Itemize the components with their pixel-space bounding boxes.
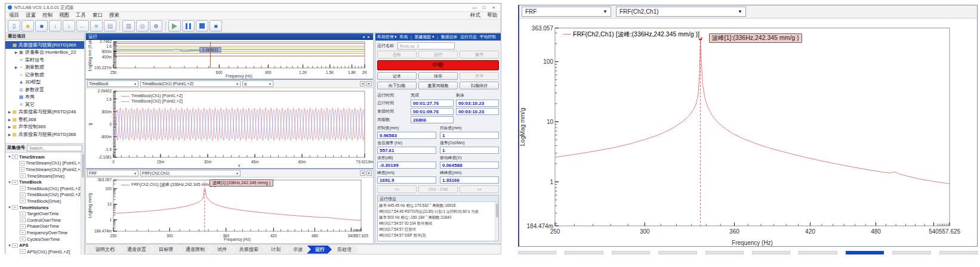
signal-item[interactable]: ▼≈TimeBlock <box>5 179 84 185</box>
back-arrow-button[interactable]: ← <box>76 20 89 32</box>
settings-gear-button[interactable]: ⊕ <box>150 20 162 32</box>
peak-tooltip[interactable]: 波峰[1]:(336Hz,242.345 mm/g ) <box>709 33 802 43</box>
run-button[interactable]: 记录 <box>377 72 417 80</box>
tree-item[interactable]: ▦布局 <box>5 94 84 101</box>
panel-next-icon[interactable]: ► <box>366 170 372 176</box>
workflow-tab-试件[interactable]: 试件 <box>209 246 234 254</box>
tree-item[interactable]: ▶▦共振搜索与驻留(RSTD)366 <box>5 131 84 138</box>
layout-link[interactable]: 运行日志 <box>460 34 476 40</box>
chart-button[interactable]: ≈ <box>90 20 103 32</box>
maximize-button[interactable]: □ <box>479 5 489 10</box>
signal-item[interactable]: ≈FrequencyOverTime <box>5 229 84 236</box>
tree-item[interactable]: ▶▦共振搜索与驻留(RSTD)246 <box>5 108 84 116</box>
layout-link[interactable]: 布局 <box>400 34 408 40</box>
workflow-tab-后处理[interactable]: 后处理 <box>329 246 359 254</box>
menu-item[interactable]: 样式 <box>470 12 480 18</box>
tree-item[interactable]: ▶×测量数据 <box>5 64 84 72</box>
layout-link[interactable]: 布局管理 ▾ <box>377 34 397 40</box>
export-button[interactable]: ↓ <box>63 20 75 32</box>
import-button[interactable]: ↓ <box>49 20 61 32</box>
run-log[interactable]: 频率:445.45 Hz 相位:179.532 ° 周期数:16918#时间17… <box>378 202 498 241</box>
signal-item[interactable]: ≈ControlOverTime <box>5 217 84 223</box>
expander-icon[interactable]: ▶ <box>14 50 19 54</box>
panel-prev-icon[interactable]: ◄ <box>360 170 365 176</box>
menu-item[interactable]: 窗口 <box>93 12 103 18</box>
workflow-tab-计划[interactable]: 计划 <box>263 246 288 254</box>
run-button[interactable]: 向下扫频 <box>377 82 417 89</box>
chart-dropdown[interactable]: TimeBlock▼ <box>87 80 138 87</box>
expander-icon[interactable]: ▼ <box>7 206 12 209</box>
log-scrollbar[interactable] <box>495 202 498 241</box>
menu-item[interactable]: 项目 <box>9 12 19 18</box>
menu-item[interactable]: 搜索 <box>109 12 119 18</box>
minimize-button[interactable]: — <box>470 5 479 10</box>
expander-icon[interactable]: ▶ <box>7 125 12 129</box>
signal-item[interactable]: ▼≈APS <box>5 242 84 249</box>
expander-icon[interactable]: ▶ <box>7 110 12 114</box>
cursor-value-label[interactable]: 0.965833 <box>200 47 221 52</box>
run-button[interactable]: 重置周期数 <box>418 82 458 89</box>
expander-icon[interactable]: ▼ <box>7 43 12 46</box>
signal-item[interactable]: ≈TimeBlock(Ch1) [Point1,+Z] <box>5 185 84 192</box>
close-button[interactable]: × <box>489 5 498 10</box>
pause-button[interactable] <box>182 20 195 32</box>
run-button[interactable]: 开环 <box>460 72 499 80</box>
signal-item[interactable]: ▼≈TimeHistories <box>5 204 84 211</box>
expander-icon[interactable]: ▶ <box>7 117 12 122</box>
panel-next-icon[interactable]: ► <box>366 81 372 86</box>
workflow-tab-通道设置[interactable]: 通道设置 <box>119 246 153 254</box>
workflow-tab-共振搜索[interactable]: 共振搜索 <box>231 246 266 254</box>
save-button[interactable]: ■ <box>35 20 48 32</box>
tree-item[interactable]: ×记录数据 <box>5 71 84 79</box>
expander-icon[interactable]: ▶ <box>14 65 19 69</box>
workflow-tab-目标谱[interactable]: 目标谱 <box>150 246 180 254</box>
signal-dropdown[interactable]: FRF(Ch2,Ch1)▼ <box>616 7 746 17</box>
tree-item[interactable]: ≡其它 <box>5 101 84 108</box>
layout-link[interactable]: 新建视图 ▾ <box>415 34 434 40</box>
signal-item[interactable]: ≈TargetOverTime <box>5 210 84 217</box>
panel-next-icon[interactable]: ► <box>367 35 371 39</box>
signal-item[interactable]: ≈TimeBlock(Ch2) [Point2,+Z] <box>5 192 84 198</box>
frf-chart-large[interactable]: 363.057100101184.474m2503003604204805405… <box>519 18 977 246</box>
tree-item[interactable]: ▶▦声学控制365 <box>5 123 84 131</box>
signal-search-input[interactable] <box>27 145 82 151</box>
abort-button[interactable]: 中断 <box>377 60 499 70</box>
report-button[interactable]: ▤ <box>104 20 116 32</box>
expander-icon[interactable]: ▼ <box>7 181 12 184</box>
panel-prev-icon[interactable]: ◄ <box>360 81 365 86</box>
expander-icon[interactable]: ▼ <box>7 155 12 159</box>
tree-item[interactable]: ≈实时信号 <box>5 56 84 64</box>
run-button[interactable]: 自检 <box>377 51 417 58</box>
run-button[interactable]: 扫频保持 <box>460 82 499 89</box>
signal-item[interactable]: ≈CyclesOverTime <box>5 236 84 243</box>
chart-dropdown[interactable]: FRF(Ch2,Ch1)▼ <box>140 170 241 176</box>
signal-item[interactable]: ≈TimeStream(Drive) <box>5 173 84 179</box>
layout-link[interactable]: 数据记录 <box>441 34 457 40</box>
tree-item[interactable]: ▲3D模型 <box>5 79 84 86</box>
signal-item[interactable]: ≈APS(Ch1) [Point1,+Z] <box>5 249 84 254</box>
menu-item[interactable]: 控制 <box>42 12 53 18</box>
menu-item[interactable]: 工具 <box>76 12 86 18</box>
tree-item[interactable]: ▼▦共振搜索与驻留(RSTD)369 <box>5 41 84 49</box>
control-spectrum-chart[interactable]: 2.74621.6800m400m100.237m2506009001.2K1.… <box>86 40 373 80</box>
new-file-button[interactable]: ▯ <box>8 20 20 32</box>
menu-item[interactable]: 帮助 <box>487 12 497 18</box>
save-run-button[interactable]: ■ <box>209 20 222 32</box>
signal-item[interactable]: ≈TimeStream(Ch2) [Point2,+Z] <box>5 166 84 173</box>
tree-item[interactable]: ▶▦整机368 <box>5 116 84 123</box>
signal-item[interactable]: ≈TimeBlock(Drive) <box>5 198 84 204</box>
run-name-input[interactable] <box>397 42 455 49</box>
expander-icon[interactable]: ▶ <box>7 132 12 136</box>
run-button[interactable]: 运行 <box>418 51 458 58</box>
channel-pager-button[interactable]: >> <box>460 185 499 193</box>
menu-item[interactable]: 设置 <box>26 12 36 18</box>
workflow-tab-通道限制[interactable]: 通道限制 <box>177 246 212 254</box>
run-play-button[interactable] <box>168 20 181 32</box>
workflow-tab-示波[interactable]: 示波 <box>285 246 310 254</box>
workflow-tab-运行[interactable]: 运行 <box>307 246 332 254</box>
chart-dropdown[interactable]: FRF▼ <box>87 170 138 176</box>
signal-item[interactable]: ▼≈TimeStream <box>5 154 84 160</box>
channel-pager-button[interactable]: << <box>377 185 417 193</box>
tree-item[interactable]: ◎参数设置 <box>5 86 84 94</box>
panel-prev-icon[interactable]: ◄ <box>362 35 365 39</box>
